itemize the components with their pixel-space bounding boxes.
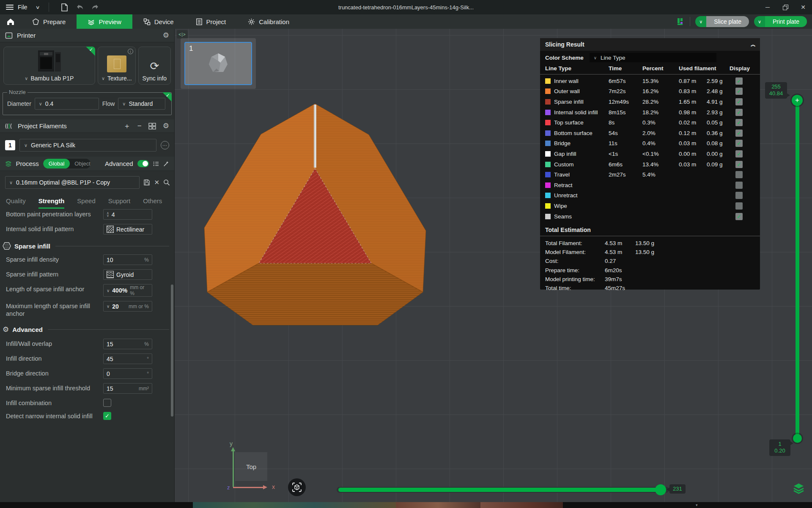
display-checkbox[interactable] bbox=[735, 192, 743, 199]
home-tab[interactable] bbox=[0, 14, 21, 29]
print-options-chevron-icon[interactable]: ∨ bbox=[754, 16, 765, 27]
sync-info-card[interactable]: ⟳ Sync info bbox=[138, 47, 171, 85]
collapse-panel-icon[interactable]: ︽ bbox=[751, 41, 755, 48]
layer-slider-bottom-handle[interactable] bbox=[793, 434, 802, 443]
setting-input[interactable]: 10 % bbox=[103, 254, 152, 265]
save-preset-icon[interactable] bbox=[143, 179, 150, 186]
search-icon[interactable] bbox=[163, 179, 170, 186]
model-truncated-tetrahedron[interactable] bbox=[202, 102, 428, 328]
display-checkbox[interactable] bbox=[735, 77, 743, 85]
filament-more-icon[interactable]: ⋯ bbox=[161, 141, 169, 149]
setting-input[interactable]: 0 ° bbox=[103, 368, 152, 379]
setting-pattern-select[interactable]: Gyroid bbox=[103, 269, 152, 280]
line-type-color-swatch bbox=[545, 162, 551, 167]
slice-options-chevron-icon[interactable]: ∨ bbox=[695, 16, 706, 27]
detect-narrow-infill-checkbox[interactable] bbox=[103, 412, 111, 420]
display-checkbox[interactable] bbox=[735, 202, 743, 210]
display-checkbox[interactable] bbox=[735, 161, 743, 168]
infill-combination-checkbox[interactable] bbox=[103, 399, 111, 407]
printer-settings-gear-icon[interactable]: ⚙ bbox=[163, 31, 169, 40]
collapse-sidebar-icon[interactable]: <|> bbox=[177, 30, 188, 39]
minimize-button[interactable]: ─ bbox=[759, 0, 776, 14]
line-type-color-swatch bbox=[545, 203, 551, 209]
display-checkbox[interactable] bbox=[735, 119, 743, 126]
setting-wizard-icon[interactable] bbox=[163, 160, 169, 167]
plate-dropdown-chevron-icon[interactable]: ∨ bbox=[102, 76, 105, 81]
plate-thumbnail[interactable]: 1 bbox=[184, 42, 252, 85]
tab-device[interactable]: Device bbox=[132, 14, 185, 29]
setting-row: Minimum sparse infill threshold 15 mm² bbox=[0, 381, 174, 396]
scope-global[interactable]: Global bbox=[43, 159, 70, 168]
undo-icon[interactable] bbox=[74, 2, 86, 12]
layers-view-icon[interactable] bbox=[793, 483, 804, 496]
step-slider-handle[interactable] bbox=[655, 484, 666, 495]
spinner-arrows-icon[interactable]: ∧∨ bbox=[107, 212, 109, 217]
tab-preview[interactable]: Preview bbox=[77, 14, 132, 29]
close-button[interactable]: ✕ bbox=[794, 0, 812, 14]
tab-speed[interactable]: Speed bbox=[77, 197, 95, 209]
tab-others[interactable]: Others bbox=[143, 197, 162, 209]
nozzle-flow-select[interactable]: ∨Standard bbox=[118, 98, 165, 110]
setting-dropdown[interactable]: ∨ 400% mm or % bbox=[103, 284, 152, 297]
layer-slider-top-handle[interactable]: + bbox=[792, 95, 803, 106]
display-checkbox[interactable] bbox=[735, 140, 743, 147]
sync-icon: ⟳ bbox=[150, 61, 159, 72]
tab-support[interactable]: Support bbox=[108, 197, 131, 209]
line-type-color-swatch bbox=[545, 99, 551, 105]
add-filament-icon[interactable]: ＋ bbox=[123, 121, 131, 131]
tab-quality[interactable]: Quality bbox=[6, 197, 26, 209]
nozzle-diameter-select[interactable]: ∨0.4 bbox=[35, 98, 99, 110]
plate-settings-icon[interactable] bbox=[676, 17, 685, 26]
restore-button[interactable] bbox=[776, 0, 794, 14]
printer-card[interactable]: ✓ ∨Bambu Lab P1P bbox=[3, 47, 95, 85]
setting-pattern-select[interactable]: Rectilinear bbox=[103, 224, 152, 235]
info-icon[interactable]: i bbox=[128, 49, 133, 54]
scope-objects[interactable]: Objects bbox=[70, 159, 91, 168]
color-scheme-select[interactable]: ∨ Line Type bbox=[590, 53, 716, 62]
tab-project[interactable]: Project bbox=[185, 14, 237, 29]
setting-input[interactable]: 15 % bbox=[103, 339, 152, 349]
setting-spinner[interactable]: ∧∨ 4 bbox=[103, 209, 152, 220]
bambu-studio-window: File ∨ truncated-tetrahedron-016mmLayers… bbox=[0, 0, 812, 508]
slice-plate-button[interactable]: ∨ Slice plate bbox=[695, 16, 749, 27]
printer-dropdown-chevron-icon[interactable]: ∨ bbox=[25, 76, 28, 81]
display-checkbox[interactable] bbox=[735, 88, 743, 95]
line-type-row: Retract bbox=[540, 180, 760, 190]
sidebar-scrollbar[interactable] bbox=[171, 284, 173, 417]
process-preset-select[interactable]: ∨0.16mm Optimal @BBL P1P - Copy bbox=[5, 176, 140, 189]
display-checkbox[interactable] bbox=[735, 150, 743, 157]
remove-filament-icon[interactable]: − bbox=[137, 122, 142, 130]
setting-row: Bottom paint penetration layers ∧∨ 4 bbox=[0, 207, 174, 222]
display-checkbox[interactable] bbox=[735, 130, 743, 137]
advanced-toggle[interactable] bbox=[137, 160, 149, 167]
plate-type-card[interactable]: i ∨Texture... bbox=[98, 47, 136, 85]
tab-calibration[interactable]: Calibration bbox=[237, 14, 300, 29]
display-checkbox[interactable] bbox=[735, 98, 743, 105]
display-checkbox[interactable] bbox=[735, 171, 743, 178]
view-orientation-cube[interactable]: Top bbox=[235, 452, 267, 481]
auto-orient-camera-button[interactable] bbox=[288, 478, 306, 496]
process-scope-toggle[interactable]: Global Objects bbox=[43, 159, 91, 168]
line-type-name: Top surface bbox=[554, 119, 584, 126]
chevron-down-icon[interactable]: ∨ bbox=[35, 5, 40, 10]
delete-preset-icon[interactable]: ✕ bbox=[154, 179, 159, 186]
file-menu[interactable]: File bbox=[18, 4, 27, 11]
redo-icon[interactable] bbox=[89, 2, 102, 12]
filament-settings-gear-icon[interactable]: ⚙ bbox=[163, 121, 169, 130]
display-checkbox[interactable] bbox=[735, 182, 743, 189]
save-file-icon[interactable] bbox=[58, 2, 71, 12]
display-checkbox[interactable] bbox=[735, 213, 743, 220]
filament-select[interactable]: ∨Generic PLA Silk bbox=[19, 139, 156, 152]
3d-viewport[interactable]: <|> 1 bbox=[175, 29, 812, 502]
flush-volumes-icon[interactable] bbox=[148, 123, 156, 130]
print-plate-button[interactable]: ∨ Print plate bbox=[754, 16, 807, 27]
setting-dropdown[interactable]: ∨ 20 mm or % bbox=[103, 301, 152, 312]
tab-prepare[interactable]: Prepare bbox=[21, 14, 77, 29]
tab-strength[interactable]: Strength bbox=[38, 197, 65, 209]
view-list-icon[interactable] bbox=[153, 161, 159, 167]
setting-input[interactable]: 45 ° bbox=[103, 353, 152, 364]
layer-slider-track[interactable] bbox=[796, 100, 799, 439]
setting-input[interactable]: 15 mm² bbox=[103, 383, 152, 394]
total-row: Prepare time: 6m20s bbox=[540, 265, 760, 274]
display-checkbox[interactable] bbox=[735, 109, 743, 116]
